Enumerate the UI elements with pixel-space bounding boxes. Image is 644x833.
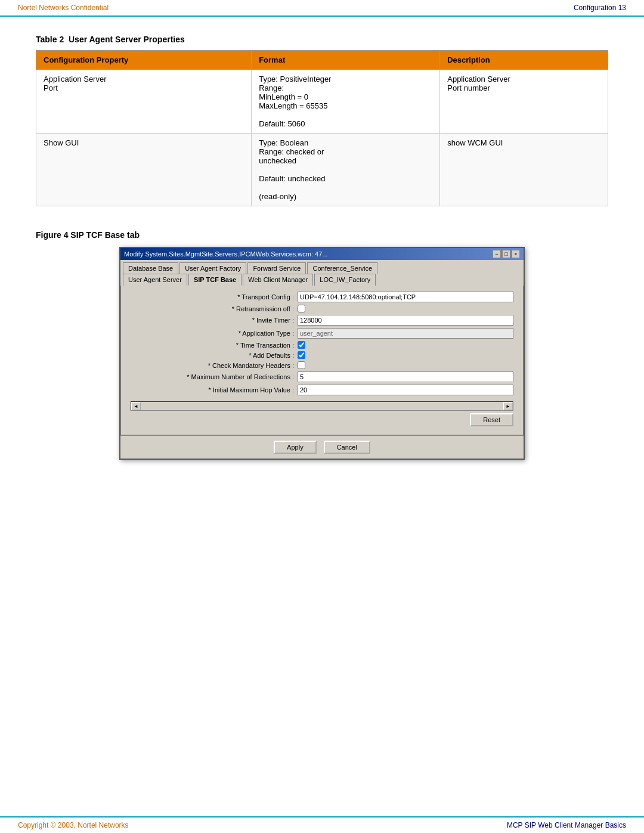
invite-timer-label: * Invite Timer : [131, 317, 298, 324]
add-defaults-row: * Add Defaults : [131, 351, 513, 359]
transport-config-label: * Transport Config : [131, 293, 298, 301]
header-right: Configuration 13 [574, 4, 626, 12]
footer-bar: Copyright © 2003, Nortel Networks MCP SI… [0, 816, 644, 833]
tab-forward-service[interactable]: Forward Service [247, 262, 306, 274]
check-mandatory-checkbox[interactable] [298, 361, 305, 369]
dialog-titlebar: Modify System.Sites.MgmtSite.Servers.IPC… [120, 248, 524, 260]
retransmission-label: * Retransmission off : [131, 305, 298, 312]
titlebar-controls: − □ × [493, 250, 520, 258]
table-row: Show GUI Type: Boolean Range: checked or… [36, 134, 608, 206]
application-type-label: * Application Type : [131, 330, 298, 337]
header-bar: Nortel Networks Confidential Configurati… [0, 0, 644, 17]
table-title: Table 2 User Agent Server Properties [36, 35, 608, 44]
scroll-left-arrow[interactable]: ◄ [131, 402, 141, 410]
tab-web-client-manager[interactable]: Web Client Manager [243, 274, 313, 286]
dialog-buttons: Apply Cancel [120, 435, 524, 459]
footer-right: MCP SIP Web Client Manager Basics [507, 821, 626, 829]
properties-table: Configuration Property Format Descriptio… [36, 50, 608, 206]
dialog-title: Modify System.Sites.MgmtSite.Servers.IPC… [124, 250, 328, 258]
tab-sip-tcf-base[interactable]: SIP TCF Base [188, 274, 242, 286]
row1-property: Application ServerPort [36, 70, 252, 134]
max-hop-label: * Initial Maximum Hop Value : [131, 386, 298, 394]
apply-button[interactable]: Apply [274, 441, 317, 454]
tab-container: Database Base User Agent Factory Forward… [120, 260, 524, 286]
row1-format: Type: PositiveInteger Range: MinLength =… [252, 70, 440, 134]
time-transaction-label: * Time Transaction : [131, 342, 298, 349]
table-row: Application ServerPort Type: PositiveInt… [36, 70, 608, 134]
invite-timer-row: * Invite Timer : [131, 315, 513, 326]
tab-conference-service[interactable]: Conference_Service [307, 262, 377, 274]
restore-button[interactable]: □ [502, 250, 510, 258]
max-hop-input[interactable] [298, 385, 513, 395]
time-transaction-checkbox[interactable] [298, 341, 305, 349]
dialog-window: Modify System.Sites.MgmtSite.Servers.IPC… [119, 247, 525, 460]
time-transaction-row: * Time Transaction : [131, 341, 513, 349]
minimize-button[interactable]: − [493, 250, 501, 258]
add-defaults-label: * Add Defaults : [131, 352, 298, 359]
form-area: * Transport Config : * Retransmission of… [120, 286, 524, 435]
tab-row-1: Database Base User Agent Factory Forward… [123, 262, 521, 274]
reset-row: Reset [131, 413, 513, 426]
col-header-property: Configuration Property [36, 51, 252, 70]
add-defaults-checkbox[interactable] [298, 351, 305, 359]
max-redirections-row: * Maximum Number of Redirections : [131, 371, 513, 382]
col-header-description: Description [440, 51, 608, 70]
max-hop-row: * Initial Maximum Hop Value : [131, 385, 513, 395]
row1-description: Application ServerPort number [440, 70, 608, 134]
scrollbar-area[interactable]: ◄ ► [131, 401, 513, 411]
tab-database-base[interactable]: Database Base [123, 262, 178, 274]
main-content: Table 2 User Agent Server Properties Con… [0, 17, 644, 478]
col-header-format: Format [252, 51, 440, 70]
scroll-right-arrow[interactable]: ► [503, 402, 513, 410]
header-left: Nortel Networks Confidential [18, 4, 109, 12]
application-type-input[interactable] [298, 328, 513, 339]
max-redirections-input[interactable] [298, 371, 513, 382]
footer-left: Copyright © 2003, Nortel Networks [18, 821, 129, 829]
tab-user-agent-server[interactable]: User Agent Server [123, 274, 187, 286]
row2-property: Show GUI [36, 134, 252, 206]
invite-timer-input[interactable] [298, 315, 513, 326]
tab-row-2: User Agent Server SIP TCF Base Web Clien… [123, 274, 521, 286]
cancel-button[interactable]: Cancel [324, 441, 370, 454]
check-mandatory-label: * Check Mandatory Headers : [131, 362, 298, 369]
scroll-track [141, 402, 503, 410]
reset-button[interactable]: Reset [470, 413, 513, 426]
max-redirections-label: * Maximum Number of Redirections : [131, 373, 298, 380]
row2-description: show WCM GUI [440, 134, 608, 206]
application-type-row: * Application Type : [131, 328, 513, 339]
transport-config-row: * Transport Config : [131, 292, 513, 302]
retransmission-row: * Retransmission off : [131, 305, 513, 312]
retransmission-checkbox[interactable] [298, 305, 305, 312]
check-mandatory-row: * Check Mandatory Headers : [131, 361, 513, 369]
tab-loc-iw-factory[interactable]: LOC_IW_Factory [314, 274, 376, 286]
close-button[interactable]: × [512, 250, 520, 258]
figure-title: Figure 4 SIP TCF Base tab [36, 230, 608, 240]
transport-config-input[interactable] [298, 292, 513, 302]
tab-user-agent-factory[interactable]: User Agent Factory [179, 262, 246, 274]
row2-format: Type: Boolean Range: checked or unchecke… [252, 134, 440, 206]
